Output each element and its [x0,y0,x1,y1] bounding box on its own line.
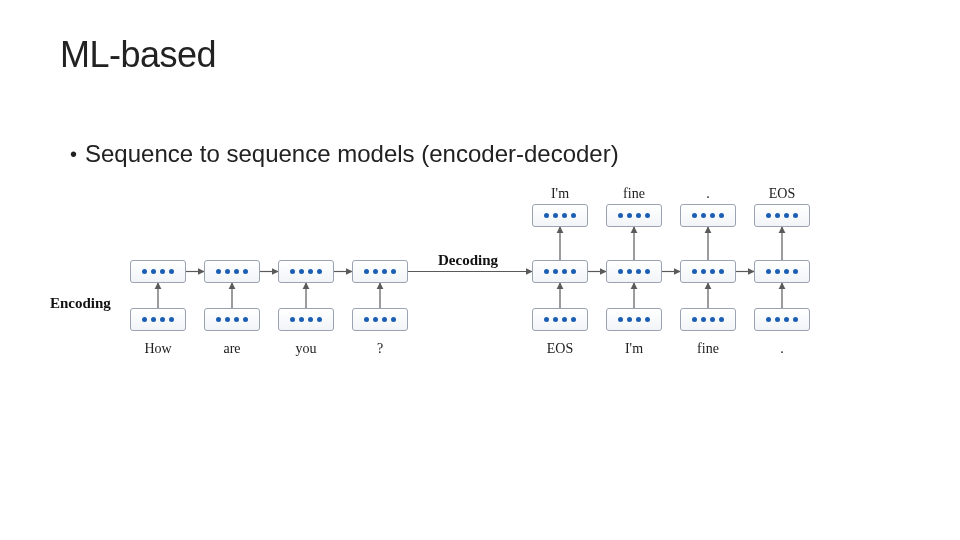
decoder-output-cell [532,204,588,227]
decoder-output-token: I'm [551,186,569,202]
decoder-output-cell [754,204,810,227]
decoder-output-token: . [706,186,710,202]
decoder-input-cell [606,308,662,331]
encoder-input-cell [204,308,260,331]
decoder-output-token: EOS [769,186,795,202]
encoder-input-token: are [223,341,240,357]
seq2seq-diagram: Encoding Decoding Howareyou?EOSI'mI'mfin… [108,190,848,390]
encoder-hidden-cell [278,260,334,283]
decoder-output-cell [680,204,736,227]
encoder-input-token: How [144,341,171,357]
decoder-input-token: fine [697,341,719,357]
bullet-item: • Sequence to sequence models (encoder-d… [70,140,619,168]
slide-title: ML-based [60,34,216,76]
decoder-input-cell [680,308,736,331]
bullet-dot-icon: • [70,144,77,164]
encoder-input-cell [278,308,334,331]
diagram-arrows [108,190,848,390]
decoder-hidden-cell [754,260,810,283]
bullet-text: Sequence to sequence models (encoder-dec… [85,140,619,168]
encoder-hidden-cell [130,260,186,283]
decoder-input-cell [754,308,810,331]
decoder-input-cell [532,308,588,331]
decoder-hidden-cell [606,260,662,283]
decoder-output-cell [606,204,662,227]
decoder-output-token: fine [623,186,645,202]
encoder-input-cell [352,308,408,331]
encoder-input-cell [130,308,186,331]
encoder-input-token: ? [377,341,383,357]
decoder-input-token: EOS [547,341,573,357]
encoding-label: Encoding [50,295,111,312]
decoder-hidden-cell [532,260,588,283]
decoder-input-token: . [780,341,784,357]
decoding-label: Decoding [438,252,498,269]
encoder-hidden-cell [352,260,408,283]
encoder-input-token: you [296,341,317,357]
encoder-hidden-cell [204,260,260,283]
decoder-input-token: I'm [625,341,643,357]
decoder-hidden-cell [680,260,736,283]
